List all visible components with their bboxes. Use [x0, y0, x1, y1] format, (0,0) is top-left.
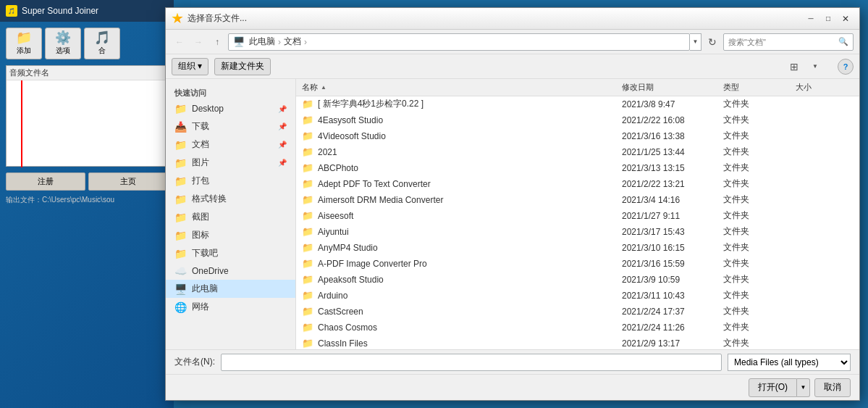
- table-row[interactable]: 📁CastScreen2021/2/24 17:37文件夹: [296, 304, 859, 320]
- sidebar-item-onedrive[interactable]: ☁️ OneDrive: [166, 262, 295, 280]
- file-date: 2021/2/22 16:08: [622, 115, 723, 125]
- table-row[interactable]: 📁4Videosoft Studio2021/3/16 13:38文件夹: [296, 128, 859, 144]
- file-type: 文件夹: [723, 146, 796, 158]
- view-button[interactable]: ⊞: [784, 58, 804, 75]
- column-header-type[interactable]: 类型: [723, 82, 796, 93]
- downloads-folder-icon: 📥: [174, 121, 186, 133]
- table-row[interactable]: 📁Arduino2021/3/11 10:43文件夹: [296, 288, 859, 304]
- file-type: 文件夹: [723, 193, 796, 206]
- filetype-select[interactable]: Media Files (all types): [728, 354, 851, 371]
- new-folder-button[interactable]: 新建文件夹: [214, 58, 271, 75]
- address-path-box[interactable]: 🖥️ 此电脑 › 文档 ›: [228, 33, 690, 51]
- file-date: 2021/3/13 13:15: [622, 163, 723, 173]
- address-bar-path[interactable]: 🖥️ 此电脑 › 文档 › ▼: [228, 33, 701, 51]
- file-date: 2021/3/11 10:43: [622, 291, 723, 301]
- table-row[interactable]: 📁Adept PDF To Text Converter2021/2/22 13…: [296, 176, 859, 192]
- refresh-button[interactable]: ↻: [704, 34, 720, 50]
- close-button[interactable]: ✕: [838, 11, 854, 27]
- sidebar-item-downloadbar-label: 下载吧: [192, 247, 218, 259]
- column-header-name[interactable]: 名称 ▲: [302, 82, 622, 93]
- file-name: 4Easysoft Studio: [318, 115, 622, 125]
- documents-folder-icon: 📁: [174, 139, 186, 151]
- table-row[interactable]: 📁20212021/1/25 13:44文件夹: [296, 144, 859, 160]
- maximize-button[interactable]: □: [820, 11, 836, 27]
- column-header-size[interactable]: 大小: [796, 82, 854, 93]
- table-row[interactable]: 📁Aiseesoft2021/1/27 9:11文件夹: [296, 208, 859, 224]
- pin-icon-documents: 📌: [278, 141, 287, 149]
- sidebar-item-icons[interactable]: 📁 图标: [166, 226, 295, 244]
- file-name: ClassIn Files: [318, 338, 622, 349]
- sidebar-item-screenshots[interactable]: 📁 截图: [166, 208, 295, 226]
- file-date: 2021/1/25 13:44: [622, 147, 723, 157]
- up-button[interactable]: ↑: [209, 34, 225, 50]
- sidebar-item-network-label: 网络: [192, 301, 209, 313]
- table-row[interactable]: 📁Aiyuntui2021/3/17 15:43文件夹: [296, 224, 859, 240]
- table-row[interactable]: 📁Chaos Cosmos2021/2/24 11:26文件夹: [296, 320, 859, 336]
- sidebar-item-desktop[interactable]: 📁 Desktop 📌: [166, 100, 295, 117]
- file-type: 文件夹: [723, 209, 796, 222]
- folder-icon: 📁: [302, 130, 313, 142]
- file-type: 文件夹: [723, 130, 796, 142]
- table-row[interactable]: 📁AnyMP4 Studio2021/3/10 16:15文件夹: [296, 240, 859, 256]
- file-name: Aiyuntui: [318, 227, 622, 237]
- open-button[interactable]: 打开(O): [749, 378, 797, 397]
- back-button[interactable]: ←: [172, 34, 187, 50]
- table-row[interactable]: 📁Apeaksoft Studio2021/3/9 10:59文件夹: [296, 272, 859, 288]
- sidebar-item-documents[interactable]: 📁 文档 📌: [166, 136, 295, 154]
- help-button[interactable]: ?: [838, 59, 854, 75]
- path-sep-1: ›: [278, 37, 281, 47]
- sidebar-item-download-bar[interactable]: 📁 下载吧: [166, 244, 295, 262]
- column-header-date[interactable]: 修改日期: [622, 82, 723, 93]
- sidebar-item-format-convert[interactable]: 📁 格式转换: [166, 190, 295, 208]
- sidebar-item-documents-label: 文档: [192, 138, 209, 151]
- sidebar-item-network[interactable]: 🌐 网络: [166, 298, 295, 316]
- sidebar-item-this-pc-label: 此电脑: [192, 283, 218, 295]
- table-row[interactable]: 📁A-PDF Image Converter Pro2021/3/16 15:5…: [296, 256, 859, 272]
- file-rows-container[interactable]: 📁[ 新华字典4秒1步检字0.22 ]2021/3/8 9:47文件夹📁4Eas…: [296, 96, 859, 349]
- file-date: 2021/3/16 13:38: [622, 131, 723, 141]
- search-box[interactable]: 🔍: [723, 33, 854, 51]
- pictures-folder-icon: 📁: [174, 157, 186, 169]
- file-date: 2021/2/24 17:37: [622, 307, 723, 317]
- quick-access-header: 快速访问: [166, 85, 295, 100]
- file-type: 文件夹: [723, 162, 796, 174]
- sidebar-item-this-pc[interactable]: 🖥️ 此电脑: [166, 280, 295, 298]
- screenshots-folder-icon: 📁: [174, 212, 186, 223]
- search-input[interactable]: [728, 38, 838, 46]
- open-label: 打开(O): [758, 381, 788, 394]
- file-date: 2021/1/27 9:11: [622, 211, 723, 221]
- file-name: Chaos Cosmos: [318, 322, 622, 333]
- path-this-pc[interactable]: 此电脑: [248, 36, 277, 48]
- folder-icon: 📁: [302, 210, 313, 222]
- open-dropdown-button[interactable]: ▼: [797, 378, 810, 397]
- cancel-button[interactable]: 取消: [814, 378, 851, 397]
- table-row[interactable]: 📁[ 新华字典4秒1步检字0.22 ]2021/3/8 9:47文件夹: [296, 96, 859, 112]
- file-name: Aimersoft DRM Media Converter: [318, 195, 622, 205]
- file-type: 文件夹: [723, 225, 796, 238]
- table-row[interactable]: 📁Aimersoft DRM Media Converter2021/3/4 1…: [296, 192, 859, 208]
- file-name: 2021: [318, 147, 622, 157]
- table-row[interactable]: 📁ClassIn Files2021/2/9 13:17文件夹: [296, 336, 859, 349]
- organize-button[interactable]: 组织 ▾: [172, 58, 208, 75]
- sidebar-item-downloads-label: 下载: [192, 120, 209, 133]
- file-name: 4Videosoft Studio: [318, 131, 622, 141]
- format-folder-icon: 📁: [174, 193, 186, 205]
- sidebar-item-pictures[interactable]: 📁 图片 📌: [166, 154, 295, 172]
- table-row[interactable]: 📁4Easysoft Studio2021/2/22 16:08文件夹: [296, 112, 859, 128]
- search-icon: 🔍: [838, 37, 848, 46]
- file-type: 文件夹: [723, 178, 796, 190]
- view-icon: ⊞: [790, 61, 799, 72]
- sidebar-item-icons-label: 图标: [192, 229, 209, 241]
- table-row[interactable]: 📁ABCPhoto2021/3/13 13:15文件夹: [296, 160, 859, 176]
- path-documents[interactable]: 文档: [282, 36, 303, 48]
- file-type: 文件夹: [723, 241, 796, 254]
- file-name: AnyMP4 Studio: [318, 243, 622, 253]
- sidebar-item-downloads[interactable]: 📥 下载 📌: [166, 117, 295, 136]
- filename-input[interactable]: [221, 354, 722, 371]
- forward-button[interactable]: →: [190, 34, 206, 50]
- sidebar-item-pack[interactable]: 📁 打包: [166, 172, 295, 190]
- view-dropdown-button[interactable]: ▼: [810, 58, 820, 75]
- address-dropdown-button[interactable]: ▼: [690, 33, 701, 51]
- minimize-button[interactable]: ─: [803, 11, 819, 27]
- pin-icon-downloads: 📌: [278, 122, 287, 130]
